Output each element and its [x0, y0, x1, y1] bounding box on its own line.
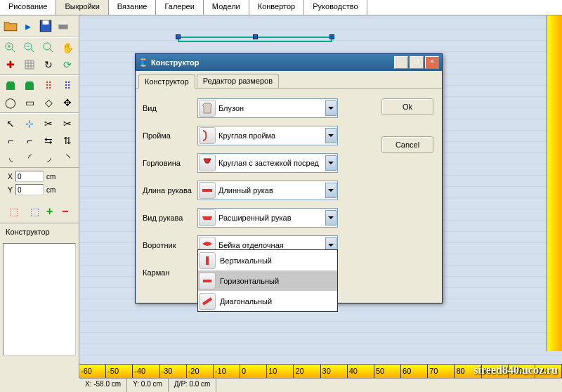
chevron-down-icon[interactable]	[325, 155, 336, 171]
rotate-icon[interactable]: ↻	[39, 56, 58, 73]
status-y: Y: 0.0 cm	[127, 379, 169, 392]
main-tabs: Рисование Выкройки Вязание Галереи Модел…	[0, 0, 562, 15]
svg-rect-2	[58, 25, 67, 30]
print-icon[interactable]	[55, 18, 71, 34]
chevron-down-icon[interactable]	[325, 100, 336, 116]
maximize-button[interactable]: □	[410, 56, 424, 69]
add-icon[interactable]: +	[46, 205, 59, 218]
ruler-tick: -40	[133, 365, 159, 378]
curve-b-icon[interactable]: ◜	[20, 149, 39, 166]
combo-value: Блузон	[218, 104, 325, 112]
svg-rect-3	[60, 21, 67, 24]
move-tool-icon[interactable]: ✥	[58, 94, 77, 111]
cut-x-icon[interactable]: ✂	[39, 115, 58, 132]
tab-manual[interactable]: Руководство	[304, 0, 367, 15]
statusbar: X: -58.0 cm Y: 0.0 cm Д/Р: 0.0 cm	[79, 378, 562, 392]
points-1-icon[interactable]: ⠿	[39, 77, 58, 94]
corner-b-icon[interactable]: ⌐	[20, 132, 39, 149]
dialog-tab-constructor[interactable]: Конструктор	[138, 74, 195, 89]
zoom-fit-icon[interactable]	[39, 39, 58, 56]
crosshair-icon[interactable]: ✚	[1, 56, 20, 73]
handle-icon[interactable]	[329, 34, 334, 39]
curve-c-icon[interactable]: ◞	[39, 149, 58, 166]
corner-a-icon[interactable]: ⌐	[1, 132, 20, 149]
pattern-back-icon[interactable]	[20, 77, 39, 94]
dropdown-item[interactable]: Диагональный	[198, 291, 337, 311]
ruler-tick: -10	[214, 365, 240, 378]
mirror-y-icon[interactable]: ⇅	[58, 132, 77, 149]
remove-icon[interactable]: −	[62, 205, 74, 218]
points-2-icon[interactable]: ⠿	[58, 77, 77, 94]
tab-patterns[interactable]: Выкройки	[56, 0, 108, 15]
combo-4[interactable]: Расширенный рукав	[197, 208, 338, 228]
tab-converter[interactable]: Конвертор	[249, 0, 304, 15]
field-label: Вид	[143, 104, 197, 112]
combo-0[interactable]: Блузон	[197, 98, 338, 118]
dropdown-item[interactable]: Вертикальный	[198, 250, 337, 270]
combo-value: Длинный рукав	[218, 186, 325, 195]
combo-1[interactable]: Круглая пройма	[197, 126, 338, 145]
dialog-titlebar[interactable]: 🧵 Конструктор _ □ ✕	[136, 54, 442, 71]
marquee-a-icon[interactable]: ⬚	[4, 203, 22, 220]
minimize-button[interactable]: _	[394, 56, 408, 69]
save-icon[interactable]	[38, 18, 53, 34]
circle-tool-icon[interactable]: ◯	[1, 94, 20, 111]
combo-value: Круглая пройма	[218, 131, 325, 140]
rect-tool-icon[interactable]: ▭	[20, 94, 39, 111]
combo-value: Расширенный рукав	[218, 214, 325, 222]
dialog-tab-sizes[interactable]: Редактор размеров	[197, 74, 279, 88]
pattern-front-icon[interactable]	[1, 77, 20, 94]
coord-y-input[interactable]	[15, 184, 44, 195]
cut-y-icon[interactable]: ✂	[58, 115, 77, 132]
ok-button[interactable]: Ok	[381, 98, 433, 115]
chevron-down-icon[interactable]	[325, 128, 336, 143]
combo-2[interactable]: Круглая с застежкой посред	[197, 153, 338, 173]
diamond-tool-icon[interactable]: ◇	[39, 94, 58, 111]
svg-rect-1	[43, 20, 49, 25]
ruler-tick: 20	[294, 365, 320, 378]
mirror-x-icon[interactable]: ⇆	[39, 132, 58, 149]
field-label: Карман	[143, 268, 197, 277]
tab-knitting[interactable]: Вязание	[109, 0, 157, 15]
chevron-down-icon[interactable]	[325, 183, 336, 198]
tab-models[interactable]: Модели	[204, 0, 249, 15]
dropdown-item[interactable]: Горизонтальный	[198, 270, 337, 291]
curve-d-icon[interactable]: ◝	[58, 149, 77, 166]
app-icon: 🧵	[138, 58, 148, 67]
arrow-icon[interactable]: ▸	[20, 18, 36, 34]
tab-galleries[interactable]: Галереи	[156, 0, 203, 15]
select-icon[interactable]: ↖	[1, 115, 20, 132]
combo-value: Круглая с застежкой посред	[218, 159, 325, 167]
pocket-vert-icon	[199, 252, 216, 269]
preview-area	[3, 243, 76, 355]
selected-shape[interactable]	[178, 37, 332, 42]
svg-rect-9	[206, 256, 209, 265]
zoom-in-icon[interactable]	[1, 39, 20, 56]
coord-y-unit: cm	[46, 186, 55, 194]
pan-icon[interactable]: ✋	[58, 39, 77, 56]
coord-x-label: X	[4, 172, 13, 181]
curve-a-icon[interactable]: ◟	[1, 149, 20, 166]
combo-3[interactable]: Длинный рукав	[197, 181, 338, 200]
watermark: sireed840.ucoz.ru	[473, 364, 558, 377]
zoom-out-icon[interactable]	[20, 39, 39, 56]
close-button[interactable]: ✕	[425, 56, 439, 69]
svg-point-6	[44, 43, 51, 50]
ruler-tick: 10	[267, 365, 294, 378]
marquee-b-icon[interactable]: ⬚	[25, 203, 44, 220]
handle-icon[interactable]	[253, 34, 258, 39]
open-icon[interactable]	[3, 18, 18, 34]
handle-icon[interactable]	[176, 34, 181, 39]
svg-rect-7	[202, 189, 212, 192]
armhole-icon	[199, 127, 216, 144]
node-add-icon[interactable]: ⊹	[20, 115, 39, 132]
sleeve-long-icon	[199, 182, 216, 199]
neckline-icon	[199, 155, 216, 171]
grid-icon[interactable]	[20, 56, 39, 73]
chevron-down-icon[interactable]	[325, 210, 336, 226]
constructor-link[interactable]: Конструктор	[0, 223, 79, 240]
coord-x-input[interactable]	[15, 171, 44, 182]
tab-drawing[interactable]: Рисование	[0, 0, 56, 15]
refresh-icon[interactable]: ⟳	[58, 56, 77, 73]
cancel-button[interactable]: Cancel	[381, 136, 433, 153]
